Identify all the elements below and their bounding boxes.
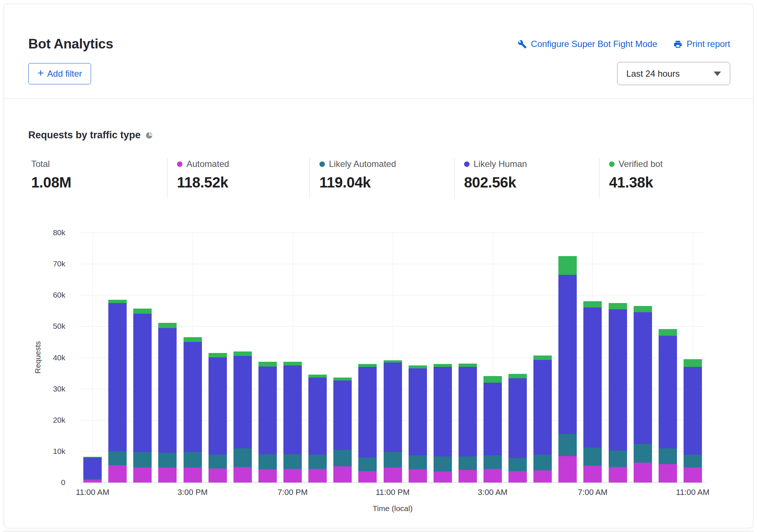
chart-bar[interactable] (384, 360, 402, 482)
bar-segment-verified-bot (308, 375, 327, 378)
chart-bar[interactable] (558, 256, 577, 482)
plus-icon: + (37, 68, 44, 79)
wrench-icon (518, 40, 527, 49)
chart-bar[interactable] (308, 375, 327, 483)
bar-segment-verified-bot (409, 365, 427, 369)
bar-segment-automated (184, 467, 202, 482)
card-header: Bot Analytics Configure Super Bot Fight … (4, 4, 753, 99)
stat-likely-human[interactable]: Likely Human 802.56k (454, 158, 599, 199)
chart-bar[interactable] (233, 351, 252, 483)
chart-bar[interactable] (508, 374, 527, 482)
add-filter-button[interactable]: + Add filter (28, 63, 91, 84)
bar-segment-verified-bot (508, 374, 527, 378)
bar-segment-likely-human (583, 307, 602, 447)
chart-bar[interactable] (133, 309, 152, 482)
pie-chart-icon[interactable] (145, 131, 153, 139)
bar-segment-likely-human (233, 356, 252, 448)
bar-segment-verified-bot (333, 378, 352, 380)
stat-verified-bot-label: Verified bot (619, 159, 663, 169)
y-tick-label: 0 (61, 478, 65, 487)
chart-bar[interactable] (583, 301, 602, 482)
bar-segment-verified-bot (209, 353, 227, 357)
bar-segment-automated (459, 470, 477, 482)
bar-segment-likely-automated (583, 448, 602, 466)
bar-segment-verified-bot (233, 351, 252, 356)
print-report-link[interactable]: Print report (673, 39, 730, 49)
x-tick-label: 3:00 AM (478, 488, 508, 497)
legend-dot-likely-human (464, 161, 470, 167)
bar-segment-verified-bot (184, 337, 202, 342)
gridline-horizontal (80, 482, 705, 483)
bar-segment-likely-automated (358, 458, 377, 471)
bar-segment-likely-human (184, 342, 202, 452)
chart-bar[interactable] (434, 364, 452, 482)
chart-bar[interactable] (659, 329, 677, 482)
chart-bar[interactable] (358, 364, 377, 482)
stat-total-label: Total (31, 159, 50, 169)
bar-segment-likely-human (483, 383, 502, 455)
chart-bar[interactable] (684, 359, 702, 482)
chart-bar[interactable] (609, 303, 627, 482)
y-tick-label: 40k (53, 353, 65, 362)
bar-segment-likely-human (158, 328, 177, 453)
chart-bar[interactable] (209, 353, 227, 482)
y-tick-label: 50k (53, 322, 65, 331)
plot-area (80, 233, 705, 482)
x-tick-label: 11:00 AM (76, 488, 109, 497)
bar-segment-likely-human (108, 303, 127, 451)
time-range-select[interactable]: Last 24 hours (617, 62, 730, 85)
bar-segment-likely-automated (258, 454, 277, 470)
bar-segment-likely-human (384, 362, 402, 452)
x-tick-label: 7:00 PM (278, 488, 308, 497)
bar-segment-verified-bot (483, 376, 502, 383)
bar-segment-likely-automated (634, 444, 652, 463)
header-links: Configure Super Bot Fight Mode Print rep… (518, 39, 730, 49)
x-tick-label: 11:00 AM (676, 488, 709, 497)
chart-bar[interactable] (108, 300, 127, 482)
bar-segment-likely-human (358, 367, 377, 458)
chart-bar[interactable] (184, 337, 202, 482)
bar-segment-likely-automated (434, 456, 452, 471)
page: Bot Analytics Configure Super Bot Fight … (0, 0, 757, 532)
y-tick-label: 60k (53, 291, 65, 299)
bar-segment-verified-bot (583, 301, 602, 307)
x-tick-label: 11:00 PM (376, 488, 410, 497)
chart-bar[interactable] (283, 362, 302, 482)
chart-bar[interactable] (634, 306, 652, 482)
bar-segment-verified-bot (434, 364, 452, 367)
bar-segment-likely-automated (558, 434, 577, 456)
chart-bar[interactable] (533, 356, 552, 482)
y-tick-label: 70k (53, 259, 65, 268)
bar-segment-automated (358, 471, 377, 482)
chart-bar[interactable] (158, 323, 177, 482)
bar-segment-likely-human (634, 312, 652, 444)
stat-likely-automated[interactable]: Likely Automated 119.04k (309, 158, 454, 199)
bar-segment-likely-human (558, 275, 577, 434)
stat-automated[interactable]: Automated 118.52k (167, 158, 309, 199)
chart-bar[interactable] (459, 364, 477, 482)
chart-bar[interactable] (409, 365, 427, 482)
page-title: Bot Analytics (28, 36, 113, 52)
bar-segment-likely-human (308, 378, 327, 455)
bar-segment-likely-human (684, 367, 702, 455)
y-tick-label: 20k (53, 416, 65, 424)
legend-dot-likely-automated (319, 161, 325, 167)
configure-super-bot-fight-mode-link[interactable]: Configure Super Bot Fight Mode (518, 39, 657, 49)
chart-bar[interactable] (483, 376, 502, 482)
bar-segment-likely-automated (283, 454, 302, 469)
bar-segment-likely-automated (459, 456, 477, 470)
bar-segment-automated (233, 467, 252, 482)
bar-segment-likely-automated (533, 455, 552, 470)
chart-bar[interactable] (333, 378, 352, 482)
bar-segment-automated (609, 467, 627, 482)
chart-bar[interactable] (83, 457, 102, 482)
bar-segment-automated (158, 467, 177, 482)
chart-bar[interactable] (258, 362, 277, 482)
stat-verified-bot-value: 41.38k (609, 174, 727, 191)
stat-likely-human-value: 802.56k (464, 174, 599, 191)
y-tick-label: 30k (53, 385, 65, 393)
bar-segment-automated (83, 480, 102, 482)
stat-verified-bot[interactable]: Verified bot 41.38k (599, 158, 727, 199)
stat-likely-human-label: Likely Human (474, 159, 527, 169)
gridline-vertical (93, 233, 93, 482)
